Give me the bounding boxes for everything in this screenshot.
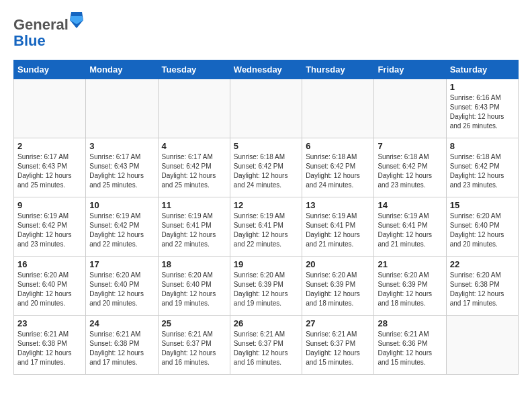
weekday-thursday: Thursday xyxy=(302,60,374,79)
day-number: 10 xyxy=(89,200,154,210)
weekday-tuesday: Tuesday xyxy=(158,60,230,79)
calendar-cell: 28Sunrise: 6:21 AM Sunset: 6:36 PM Dayli… xyxy=(374,316,446,375)
day-number: 5 xyxy=(234,141,298,151)
calendar-cell: 26Sunrise: 6:21 AM Sunset: 6:37 PM Dayli… xyxy=(230,316,302,375)
logo-icon xyxy=(70,12,83,28)
calendar-cell: 12Sunrise: 6:19 AM Sunset: 6:41 PM Dayli… xyxy=(230,197,302,257)
day-info: Sunrise: 6:20 AM Sunset: 6:40 PM Dayligh… xyxy=(89,271,154,308)
day-info: Sunrise: 6:17 AM Sunset: 6:42 PM Dayligh… xyxy=(162,152,226,190)
calendar-cell: 18Sunrise: 6:20 AM Sunset: 6:40 PM Dayli… xyxy=(158,257,230,316)
day-number: 3 xyxy=(89,141,154,151)
calendar-cell: 4Sunrise: 6:17 AM Sunset: 6:42 PM Daylig… xyxy=(158,138,230,197)
day-number: 7 xyxy=(378,141,442,151)
day-info: Sunrise: 6:20 AM Sunset: 6:40 PM Dayligh… xyxy=(162,271,226,308)
weekday-header-row: SundayMondayTuesdayWednesdayThursdayFrid… xyxy=(14,60,519,79)
calendar-cell: 19Sunrise: 6:20 AM Sunset: 6:39 PM Dayli… xyxy=(230,257,302,316)
calendar-week-row: 2Sunrise: 6:17 AM Sunset: 6:43 PM Daylig… xyxy=(14,138,519,197)
day-info: Sunrise: 6:21 AM Sunset: 6:37 PM Dayligh… xyxy=(162,330,226,367)
weekday-wednesday: Wednesday xyxy=(230,60,302,79)
calendar-cell: 16Sunrise: 6:20 AM Sunset: 6:40 PM Dayli… xyxy=(14,257,86,316)
day-info: Sunrise: 6:18 AM Sunset: 6:42 PM Dayligh… xyxy=(234,152,298,190)
day-number: 8 xyxy=(450,141,515,151)
day-info: Sunrise: 6:19 AM Sunset: 6:41 PM Dayligh… xyxy=(234,212,298,249)
calendar-cell xyxy=(230,79,302,138)
day-number: 16 xyxy=(17,259,82,269)
day-info: Sunrise: 6:19 AM Sunset: 6:42 PM Dayligh… xyxy=(17,212,82,249)
calendar-cell: 2Sunrise: 6:17 AM Sunset: 6:43 PM Daylig… xyxy=(14,138,86,197)
day-number: 6 xyxy=(306,141,370,151)
calendar-cell: 3Sunrise: 6:17 AM Sunset: 6:43 PM Daylig… xyxy=(86,138,158,197)
calendar-table: SundayMondayTuesdayWednesdayThursdayFrid… xyxy=(13,60,519,375)
calendar-week-row: 16Sunrise: 6:20 AM Sunset: 6:40 PM Dayli… xyxy=(14,257,519,316)
calendar-cell xyxy=(86,79,158,138)
day-number: 13 xyxy=(306,200,370,210)
day-number: 25 xyxy=(162,318,226,328)
weekday-sunday: Sunday xyxy=(14,60,86,79)
day-info: Sunrise: 6:16 AM Sunset: 6:43 PM Dayligh… xyxy=(450,93,515,131)
calendar-week-row: 23Sunrise: 6:21 AM Sunset: 6:38 PM Dayli… xyxy=(14,316,519,375)
day-number: 18 xyxy=(162,259,226,269)
day-info: Sunrise: 6:20 AM Sunset: 6:40 PM Dayligh… xyxy=(17,271,82,308)
day-number: 2 xyxy=(17,141,82,151)
calendar-cell: 25Sunrise: 6:21 AM Sunset: 6:37 PM Dayli… xyxy=(158,316,230,375)
calendar-week-row: 1Sunrise: 6:16 AM Sunset: 6:43 PM Daylig… xyxy=(14,79,519,138)
day-info: Sunrise: 6:17 AM Sunset: 6:43 PM Dayligh… xyxy=(17,152,82,190)
calendar-cell: 5Sunrise: 6:18 AM Sunset: 6:42 PM Daylig… xyxy=(230,138,302,197)
day-info: Sunrise: 6:18 AM Sunset: 6:42 PM Dayligh… xyxy=(378,152,442,190)
day-info: Sunrise: 6:20 AM Sunset: 6:38 PM Dayligh… xyxy=(450,271,515,308)
day-info: Sunrise: 6:21 AM Sunset: 6:36 PM Dayligh… xyxy=(378,330,442,367)
day-info: Sunrise: 6:21 AM Sunset: 6:37 PM Dayligh… xyxy=(306,330,370,367)
day-info: Sunrise: 6:18 AM Sunset: 6:42 PM Dayligh… xyxy=(450,152,515,190)
calendar-cell: 9Sunrise: 6:19 AM Sunset: 6:42 PM Daylig… xyxy=(14,197,86,257)
calendar-cell xyxy=(446,316,518,375)
day-info: Sunrise: 6:20 AM Sunset: 6:40 PM Dayligh… xyxy=(450,212,515,249)
day-number: 28 xyxy=(378,318,442,328)
day-info: Sunrise: 6:21 AM Sunset: 6:38 PM Dayligh… xyxy=(89,330,154,367)
day-number: 9 xyxy=(17,200,82,210)
calendar-cell xyxy=(14,79,86,138)
day-number: 17 xyxy=(89,259,154,269)
day-number: 21 xyxy=(378,259,442,269)
calendar-cell xyxy=(302,79,374,138)
day-number: 1 xyxy=(450,82,515,92)
day-number: 19 xyxy=(234,259,298,269)
logo: General Blue xyxy=(13,13,83,49)
day-number: 15 xyxy=(450,200,515,210)
day-number: 11 xyxy=(162,200,226,210)
calendar-cell: 11Sunrise: 6:19 AM Sunset: 6:41 PM Dayli… xyxy=(158,197,230,257)
day-number: 22 xyxy=(450,259,515,269)
calendar-cell: 23Sunrise: 6:21 AM Sunset: 6:38 PM Dayli… xyxy=(14,316,86,375)
day-info: Sunrise: 6:17 AM Sunset: 6:43 PM Dayligh… xyxy=(89,152,154,190)
weekday-monday: Monday xyxy=(86,60,158,79)
day-info: Sunrise: 6:19 AM Sunset: 6:41 PM Dayligh… xyxy=(378,212,442,249)
day-info: Sunrise: 6:19 AM Sunset: 6:41 PM Dayligh… xyxy=(162,212,226,249)
day-info: Sunrise: 6:19 AM Sunset: 6:42 PM Dayligh… xyxy=(89,212,154,249)
calendar-cell: 17Sunrise: 6:20 AM Sunset: 6:40 PM Dayli… xyxy=(86,257,158,316)
calendar-cell: 14Sunrise: 6:19 AM Sunset: 6:41 PM Dayli… xyxy=(374,197,446,257)
calendar-cell: 7Sunrise: 6:18 AM Sunset: 6:42 PM Daylig… xyxy=(374,138,446,197)
logo-blue-text: Blue xyxy=(13,32,46,49)
day-number: 20 xyxy=(306,259,370,269)
weekday-friday: Friday xyxy=(374,60,446,79)
day-number: 24 xyxy=(89,318,154,328)
day-info: Sunrise: 6:21 AM Sunset: 6:38 PM Dayligh… xyxy=(17,330,82,367)
day-info: Sunrise: 6:20 AM Sunset: 6:39 PM Dayligh… xyxy=(306,271,370,308)
calendar-cell xyxy=(374,79,446,138)
calendar-cell: 6Sunrise: 6:18 AM Sunset: 6:42 PM Daylig… xyxy=(302,138,374,197)
logo-general-text: General xyxy=(13,16,69,33)
day-number: 26 xyxy=(234,318,298,328)
day-info: Sunrise: 6:19 AM Sunset: 6:41 PM Dayligh… xyxy=(306,212,370,249)
day-info: Sunrise: 6:18 AM Sunset: 6:42 PM Dayligh… xyxy=(306,152,370,190)
calendar-cell: 21Sunrise: 6:20 AM Sunset: 6:39 PM Dayli… xyxy=(374,257,446,316)
calendar-week-row: 9Sunrise: 6:19 AM Sunset: 6:42 PM Daylig… xyxy=(14,197,519,257)
calendar-cell: 22Sunrise: 6:20 AM Sunset: 6:38 PM Dayli… xyxy=(446,257,518,316)
calendar-cell: 24Sunrise: 6:21 AM Sunset: 6:38 PM Dayli… xyxy=(86,316,158,375)
day-number: 4 xyxy=(162,141,226,151)
calendar-cell: 27Sunrise: 6:21 AM Sunset: 6:37 PM Dayli… xyxy=(302,316,374,375)
calendar-cell: 10Sunrise: 6:19 AM Sunset: 6:42 PM Dayli… xyxy=(86,197,158,257)
day-number: 27 xyxy=(306,318,370,328)
day-info: Sunrise: 6:20 AM Sunset: 6:39 PM Dayligh… xyxy=(234,271,298,308)
day-number: 23 xyxy=(17,318,82,328)
calendar-cell xyxy=(158,79,230,138)
weekday-saturday: Saturday xyxy=(446,60,518,79)
